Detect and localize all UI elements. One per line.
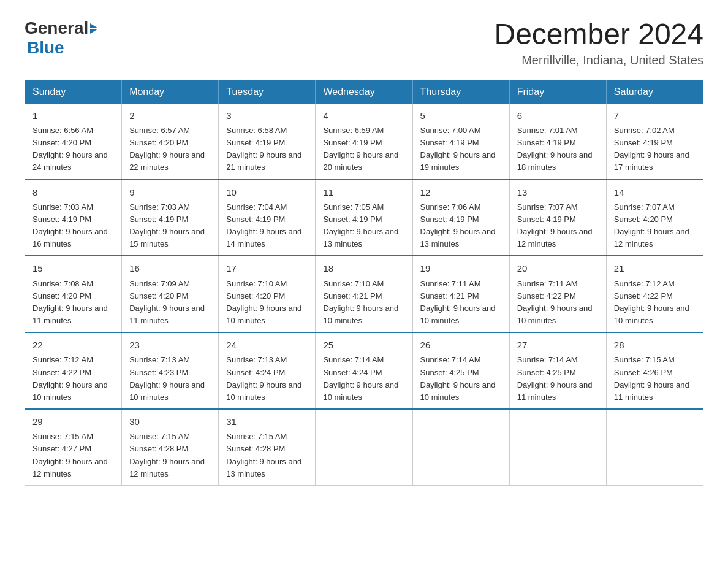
daylight-label: Daylight: 9 hours and 11 minutes xyxy=(32,304,108,325)
calendar-cell: 12Sunrise: 7:06 AMSunset: 4:19 PMDayligh… xyxy=(412,180,509,256)
day-number: 12 xyxy=(420,185,502,199)
daylight-label: Daylight: 9 hours and 13 minutes xyxy=(226,457,301,478)
sunrise-label: Sunrise: 7:00 AM xyxy=(420,126,481,135)
day-number: 28 xyxy=(614,338,696,352)
calendar-cell: 17Sunrise: 7:10 AMSunset: 4:20 PMDayligh… xyxy=(219,256,316,332)
month-title: December 2024 xyxy=(494,18,703,51)
daylight-label: Daylight: 9 hours and 12 minutes xyxy=(517,227,593,248)
daylight-label: Daylight: 9 hours and 16 minutes xyxy=(32,227,108,248)
day-number: 27 xyxy=(517,338,599,352)
sunset-label: Sunset: 4:19 PM xyxy=(420,215,479,224)
sunrise-label: Sunrise: 7:11 AM xyxy=(517,279,578,288)
sunset-label: Sunset: 4:20 PM xyxy=(129,138,188,147)
day-number: 25 xyxy=(323,338,404,352)
sunrise-label: Sunrise: 7:15 AM xyxy=(226,432,287,441)
sunrise-label: Sunrise: 7:07 AM xyxy=(517,202,578,212)
calendar-cell: 26Sunrise: 7:14 AMSunset: 4:25 PMDayligh… xyxy=(412,332,509,409)
daylight-label: Daylight: 9 hours and 19 minutes xyxy=(420,150,496,172)
day-number: 22 xyxy=(32,338,114,352)
calendar-cell: 3Sunrise: 6:58 AMSunset: 4:19 PMDaylight… xyxy=(219,104,316,180)
day-number: 16 xyxy=(129,261,211,275)
sunrise-label: Sunrise: 6:56 AM xyxy=(32,126,93,135)
daylight-label: Daylight: 9 hours and 12 minutes xyxy=(32,457,108,478)
daylight-label: Daylight: 9 hours and 10 minutes xyxy=(420,304,496,325)
sunrise-label: Sunrise: 6:59 AM xyxy=(323,126,384,135)
sunset-label: Sunset: 4:26 PM xyxy=(614,368,673,377)
daylight-label: Daylight: 9 hours and 12 minutes xyxy=(614,227,689,248)
logo: General Blue xyxy=(25,18,98,58)
sunset-label: Sunset: 4:19 PM xyxy=(129,215,188,224)
day-number: 11 xyxy=(323,185,404,199)
calendar-cell: 29Sunrise: 7:15 AMSunset: 4:27 PMDayligh… xyxy=(25,409,122,485)
sunrise-label: Sunrise: 7:10 AM xyxy=(226,279,287,288)
daylight-label: Daylight: 9 hours and 17 minutes xyxy=(614,150,689,172)
daylight-label: Daylight: 9 hours and 24 minutes xyxy=(32,150,108,172)
sunset-label: Sunset: 4:21 PM xyxy=(420,291,479,301)
calendar-body: 1Sunrise: 6:56 AMSunset: 4:20 PMDaylight… xyxy=(25,104,703,486)
day-number: 7 xyxy=(614,109,696,123)
daylight-label: Daylight: 9 hours and 12 minutes xyxy=(129,457,205,478)
calendar-header: SundayMondayTuesdayWednesdayThursdayFrid… xyxy=(25,80,703,104)
day-number: 31 xyxy=(226,415,308,429)
sunrise-label: Sunrise: 7:11 AM xyxy=(420,279,481,288)
calendar-cell: 21Sunrise: 7:12 AMSunset: 4:22 PMDayligh… xyxy=(606,256,703,332)
day-number: 29 xyxy=(32,415,114,429)
sunrise-label: Sunrise: 6:57 AM xyxy=(129,126,190,135)
sunrise-label: Sunrise: 7:15 AM xyxy=(32,432,93,441)
calendar-cell: 18Sunrise: 7:10 AMSunset: 4:21 PMDayligh… xyxy=(316,256,412,332)
daylight-label: Daylight: 9 hours and 11 minutes xyxy=(129,304,205,325)
day-of-week-thursday: Thursday xyxy=(412,80,509,104)
day-number: 2 xyxy=(129,109,211,123)
sunrise-label: Sunrise: 7:12 AM xyxy=(614,279,675,288)
day-number: 26 xyxy=(420,338,502,352)
daylight-label: Daylight: 9 hours and 10 minutes xyxy=(420,380,496,402)
sunrise-label: Sunrise: 7:01 AM xyxy=(517,126,578,135)
sunrise-label: Sunrise: 7:06 AM xyxy=(420,202,481,212)
calendar-cell: 15Sunrise: 7:08 AMSunset: 4:20 PMDayligh… xyxy=(25,256,122,332)
daylight-label: Daylight: 9 hours and 11 minutes xyxy=(614,380,689,402)
calendar-cell: 20Sunrise: 7:11 AMSunset: 4:22 PMDayligh… xyxy=(509,256,606,332)
calendar-table: SundayMondayTuesdayWednesdayThursdayFrid… xyxy=(25,80,703,486)
calendar-week-4: 22Sunrise: 7:12 AMSunset: 4:22 PMDayligh… xyxy=(25,332,703,409)
sunset-label: Sunset: 4:20 PM xyxy=(129,291,188,301)
day-of-week-saturday: Saturday xyxy=(606,80,703,104)
day-of-week-friday: Friday xyxy=(509,80,606,104)
title-block: December 2024 Merrillville, Indiana, Uni… xyxy=(494,18,703,67)
sunset-label: Sunset: 4:20 PM xyxy=(614,215,673,224)
daylight-label: Daylight: 9 hours and 13 minutes xyxy=(323,227,398,248)
sunrise-label: Sunrise: 7:05 AM xyxy=(323,202,384,212)
sunrise-label: Sunrise: 7:02 AM xyxy=(614,126,675,135)
sunrise-label: Sunrise: 7:14 AM xyxy=(517,355,578,364)
daylight-label: Daylight: 9 hours and 13 minutes xyxy=(420,227,496,248)
calendar-cell: 14Sunrise: 7:07 AMSunset: 4:20 PMDayligh… xyxy=(606,180,703,256)
day-of-week-tuesday: Tuesday xyxy=(219,80,316,104)
calendar-cell: 10Sunrise: 7:04 AMSunset: 4:19 PMDayligh… xyxy=(219,180,316,256)
calendar-cell: 11Sunrise: 7:05 AMSunset: 4:19 PMDayligh… xyxy=(316,180,412,256)
sunrise-label: Sunrise: 7:03 AM xyxy=(32,202,93,212)
sunset-label: Sunset: 4:19 PM xyxy=(420,138,479,147)
daylight-label: Daylight: 9 hours and 10 minutes xyxy=(323,304,398,325)
days-of-week-row: SundayMondayTuesdayWednesdayThursdayFrid… xyxy=(25,80,703,104)
sunrise-label: Sunrise: 7:08 AM xyxy=(32,279,93,288)
day-number: 13 xyxy=(517,185,599,199)
sunset-label: Sunset: 4:19 PM xyxy=(323,215,382,224)
sunrise-label: Sunrise: 7:07 AM xyxy=(614,202,675,212)
calendar-cell: 24Sunrise: 7:13 AMSunset: 4:24 PMDayligh… xyxy=(219,332,316,409)
sunset-label: Sunset: 4:19 PM xyxy=(517,138,576,147)
day-of-week-sunday: Sunday xyxy=(25,80,122,104)
calendar-cell: 31Sunrise: 7:15 AMSunset: 4:28 PMDayligh… xyxy=(219,409,316,485)
sunset-label: Sunset: 4:19 PM xyxy=(517,215,576,224)
day-number: 4 xyxy=(323,109,404,123)
day-number: 6 xyxy=(517,109,599,123)
daylight-label: Daylight: 9 hours and 10 minutes xyxy=(129,380,205,402)
calendar-cell: 13Sunrise: 7:07 AMSunset: 4:19 PMDayligh… xyxy=(509,180,606,256)
day-number: 23 xyxy=(129,338,211,352)
sunrise-label: Sunrise: 7:13 AM xyxy=(226,355,287,364)
sunset-label: Sunset: 4:22 PM xyxy=(614,291,673,301)
sunrise-label: Sunrise: 7:09 AM xyxy=(129,279,190,288)
calendar-cell: 4Sunrise: 6:59 AMSunset: 4:19 PMDaylight… xyxy=(316,104,412,180)
day-number: 17 xyxy=(226,261,308,275)
daylight-label: Daylight: 9 hours and 21 minutes xyxy=(226,150,301,172)
calendar-cell: 7Sunrise: 7:02 AMSunset: 4:19 PMDaylight… xyxy=(606,104,703,180)
calendar-cell: 5Sunrise: 7:00 AMSunset: 4:19 PMDaylight… xyxy=(412,104,509,180)
